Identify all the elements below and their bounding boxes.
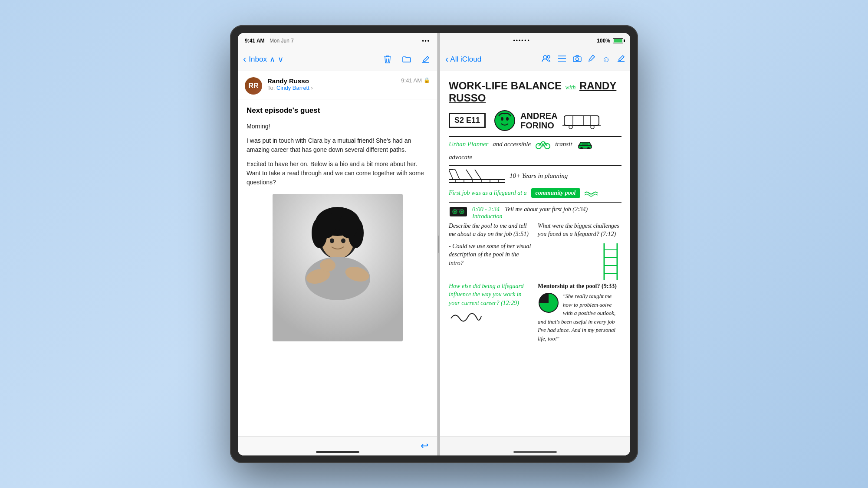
notes-bottom-bar <box>440 436 630 455</box>
svg-rect-46 <box>582 143 588 145</box>
waves-doodle <box>585 189 598 197</box>
svg-line-56 <box>455 170 460 180</box>
email-image <box>247 194 428 341</box>
sender-name: Randy Russo <box>267 77 396 85</box>
guest-first-name: ANDREA <box>520 111 558 121</box>
reply-icon[interactable]: ↩ <box>421 440 428 452</box>
notes-status-bar: ••• 100% <box>440 33 630 49</box>
inbox-label[interactable]: Inbox <box>249 55 267 64</box>
ts1-tell: Tell me about your first job (2:34) <box>505 206 588 213</box>
bottom-col-left: How else did being a lifeguard influence… <box>449 282 533 343</box>
bottom-two-col: How else did being a lifeguard influence… <box>449 282 621 343</box>
notes-toolbar: ‹ All iCloud <box>440 49 630 71</box>
guest-last-name: FORINO <box>520 121 558 130</box>
battery-icon <box>613 38 623 43</box>
role-and: and accessible <box>493 141 531 148</box>
notes-back-chevron[interactable]: ‹ <box>445 54 448 65</box>
svg-rect-61 <box>450 207 467 216</box>
all-icloud-label[interactable]: All iCloud <box>450 55 481 64</box>
ipad-screen: 9:41 AM Mon Jun 7 Inbox ∧ ∨ <box>238 33 630 455</box>
notes-status-dots: ••• <box>513 38 531 44</box>
trash-button[interactable] <box>381 53 394 66</box>
planning-row: 10+ Years in planning <box>449 167 621 185</box>
role-transit: transit <box>555 141 572 148</box>
home-indicator-right <box>513 451 557 453</box>
pie-chart-doodle <box>538 292 559 314</box>
note-title-with: with <box>565 84 575 91</box>
svg-point-14 <box>339 212 358 238</box>
people-icon[interactable] <box>542 55 551 64</box>
svg-point-38 <box>569 125 572 129</box>
svg-line-59 <box>466 170 473 180</box>
episode-badge: S2 E11 <box>449 113 486 128</box>
compose-note-icon[interactable] <box>617 55 625 64</box>
email-content: Next episode's guest Morning! I was put … <box>238 99 437 436</box>
recipient-line: To: Cindy Barrett › <box>267 85 396 91</box>
notes-toolbar-right: ☺ <box>542 54 625 65</box>
ts1-time: 0:00 - 2:34 <box>472 206 500 213</box>
notes-panel: ••• 100% ‹ All iCloud <box>440 33 630 455</box>
questions-col-right: What were the biggest challenges you fac… <box>538 222 621 280</box>
email-body-2: Excited to have her on. Below is a bio a… <box>247 160 428 187</box>
sender-avatar: RR <box>245 77 262 95</box>
episode-row: S2 E11 ANDREA FORINO <box>449 109 621 132</box>
questions-col-left: Describe the pool to me and tell me abou… <box>449 222 533 280</box>
svg-rect-34 <box>564 116 599 125</box>
svg-point-32 <box>501 117 503 121</box>
question1: Describe the pool to me and tell me abou… <box>449 222 533 239</box>
nav-up-icon[interactable]: ∧ <box>270 55 275 64</box>
notes-toolbar-left: ‹ All iCloud <box>445 54 481 65</box>
svg-point-15 <box>330 238 334 243</box>
timestamp-section-1: 0:00 - 2:34 Tell me about your first job… <box>449 205 621 220</box>
email-header: RR Randy Russo To: Cindy Barrett › 9:41 … <box>238 71 437 99</box>
ipad-device: 9:41 AM Mon Jun 7 Inbox ∧ ∨ <box>230 25 638 463</box>
train-doodle <box>562 112 601 129</box>
list-icon[interactable] <box>558 55 566 64</box>
question4: How else did being a lifeguard influence… <box>449 282 533 308</box>
mentorship-label: Mentorship at the pool? (9:33) <box>538 282 621 291</box>
mail-toolbar: Inbox ∧ ∨ <box>238 49 437 71</box>
community-pool-tag: community pool <box>531 188 580 198</box>
svg-point-39 <box>591 125 594 129</box>
questions-two-col: Describe the pool to me and tell me abou… <box>449 222 621 280</box>
role-urban-planner: Urban Planner <box>449 141 488 148</box>
folder-button[interactable] <box>401 53 413 66</box>
pen-icon[interactable] <box>589 54 595 65</box>
divider-mid <box>449 165 621 166</box>
bike-doodle <box>535 140 551 149</box>
svg-line-55 <box>449 170 453 180</box>
guest-photo <box>273 194 403 341</box>
emoji-icon[interactable]: ☺ <box>602 55 610 64</box>
squiggle-doodle <box>449 310 483 323</box>
first-job-row: First job was as a lifeguard at a commun… <box>449 188 621 198</box>
notes-status-right: 100% <box>597 38 623 44</box>
years-planning: 10+ Years in planning <box>510 172 568 180</box>
svg-point-29 <box>575 58 579 61</box>
battery-percent: 100% <box>597 38 610 44</box>
question2: - Could we use some of her visual descri… <box>449 242 533 268</box>
nav-down-icon[interactable]: ∨ <box>278 55 283 64</box>
svg-point-22 <box>325 259 333 266</box>
svg-point-16 <box>341 238 345 243</box>
svg-point-13 <box>317 212 336 238</box>
svg-point-23 <box>543 56 547 59</box>
back-chevron-icon[interactable] <box>243 54 246 65</box>
email-time: 9:41 AM 🔒 <box>401 77 430 84</box>
camera-icon[interactable] <box>573 55 582 64</box>
role-advocate: advocate <box>449 154 472 161</box>
email-meta: Randy Russo To: Cindy Barrett › <box>267 77 396 91</box>
email-subject: Next episode's guest <box>247 106 428 115</box>
divider-top <box>449 136 621 137</box>
divider-lower <box>449 202 621 203</box>
ts1-intro: Introduction <box>472 213 588 220</box>
car-doodle <box>576 140 594 149</box>
note-title-main: WORK-LIFE BALANCE <box>449 80 562 92</box>
ts1-content: 0:00 - 2:34 Tell me about your first job… <box>472 205 588 220</box>
svg-point-65 <box>461 211 463 213</box>
compose-button[interactable] <box>420 53 432 66</box>
urban-planner-row: Urban Planner and accessible transit <box>449 140 621 161</box>
note-title-block: WORK-LIFE BALANCE with RANDY RUSSO <box>449 80 621 104</box>
face-doodle <box>493 109 516 132</box>
rail-doodle <box>449 167 505 185</box>
mail-status-dots <box>422 38 430 44</box>
